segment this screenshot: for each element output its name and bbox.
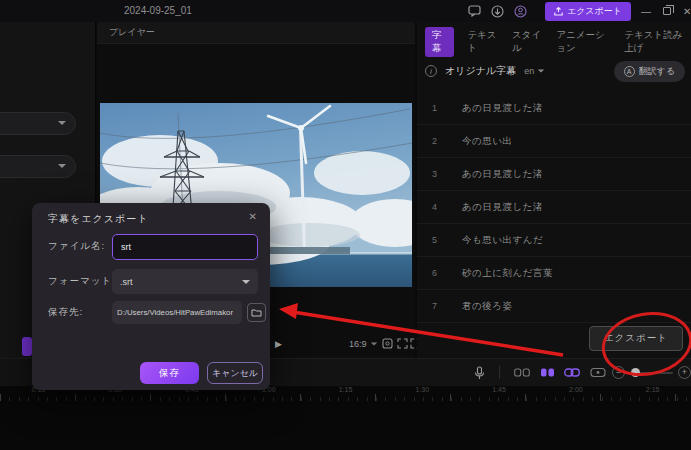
tab-animation[interactable]: アニメーション	[556, 29, 611, 55]
export-button-top[interactable]: エクスポート	[545, 2, 631, 21]
dialog-title: 字幕をエクスポート	[48, 212, 148, 226]
language-select[interactable]: en	[524, 66, 545, 76]
sidebar-dropdown-2[interactable]	[0, 155, 76, 178]
player-header: プレイヤー	[97, 22, 415, 44]
subtitle-text: あの日見渡した渚	[462, 102, 543, 115]
subtitle-panel: 字幕 テキスト スタイル アニメーション テキスト読み上げ i オリジナル字幕 …	[417, 22, 691, 358]
minimize-button[interactable]: —	[641, 6, 651, 17]
project-title: 2024-09-25_01	[124, 5, 192, 16]
subtitle-number: 2	[432, 136, 446, 146]
subtitle-number: 3	[432, 169, 446, 179]
restore-button[interactable]	[663, 7, 671, 15]
split-clip-icon[interactable]	[513, 365, 531, 380]
play-icon[interactable]: ▶	[275, 339, 282, 349]
chevron-down-icon	[58, 164, 66, 168]
zoom-slider-knob[interactable]	[631, 368, 640, 377]
info-icon: i	[425, 65, 437, 77]
filename-label: ファイル名:	[48, 240, 105, 253]
account-icon[interactable]	[514, 4, 528, 18]
export-subtitle-dialog: 字幕をエクスポート ✕ ファイル名: フォーマット: .srt 保存先: 保存 …	[32, 203, 270, 390]
dialog-close-icon[interactable]: ✕	[249, 211, 257, 222]
subtitle-text: あの日見渡した渚	[462, 201, 543, 214]
timeline-area[interactable]: 0:150:300:451:001:151:301:452:002:15	[0, 386, 691, 450]
cancel-button[interactable]: キャンセル	[207, 362, 263, 384]
subtitle-number: 5	[432, 235, 446, 245]
chevron-down-icon	[58, 121, 66, 125]
magnet-icon[interactable]	[538, 365, 556, 380]
subtitle-number: 7	[432, 301, 446, 311]
link-icon[interactable]	[563, 365, 581, 380]
subtitle-number: 6	[432, 268, 446, 278]
path-label: 保存先:	[48, 306, 83, 319]
subtitle-text: 砂の上に刻んだ言葉	[462, 267, 553, 280]
subtitle-text: 君の後ろ姿	[462, 300, 512, 313]
time-label: 2:15	[614, 386, 691, 393]
toolbar-divider	[499, 366, 500, 379]
save-button[interactable]: 保存	[140, 362, 199, 384]
time-label: 2:00	[537, 386, 614, 393]
subtitle-row[interactable]: 4 あの日見渡した渚	[417, 191, 691, 224]
format-label: フォーマット:	[48, 275, 116, 288]
save-path-input[interactable]	[112, 301, 242, 324]
subtitle-row[interactable]: 6 砂の上に刻んだ言葉	[417, 257, 691, 290]
download-icon[interactable]	[491, 4, 505, 18]
translate-icon: A	[624, 66, 635, 77]
subtitle-text: 今の思い出	[462, 135, 512, 148]
tab-tts[interactable]: テキスト読み上げ	[624, 29, 687, 55]
chevron-down-icon	[370, 342, 376, 345]
close-button[interactable]: ✕	[683, 6, 691, 17]
partial-purple-button[interactable]	[22, 337, 32, 356]
subtitle-row[interactable]: 5 今も思い出すんだ	[417, 224, 691, 257]
expand-icon[interactable]	[397, 338, 409, 350]
subtitle-list: 1 あの日見渡した渚 2 今の思い出 3 あの日見渡した渚 4 あの日見渡した渚	[417, 92, 691, 323]
keyframe-icon[interactable]	[589, 365, 607, 380]
subtitle-text: あの日見渡した渚	[462, 168, 543, 181]
app-window: 2024-09-25_01 エクスポート — ✕	[0, 0, 691, 450]
translate-button[interactable]: A 翻訳する	[614, 61, 685, 82]
export-subtitles-button[interactable]: エクスポート	[589, 326, 683, 351]
time-label: 1:45	[461, 386, 538, 393]
upload-icon	[554, 7, 563, 16]
time-label: 1:15	[307, 386, 384, 393]
aspect-ratio-select[interactable]: 16:9	[349, 339, 378, 349]
chevron-down-icon	[538, 69, 544, 72]
format-select[interactable]: .srt	[112, 269, 258, 294]
microphone-icon[interactable]	[470, 365, 488, 380]
subtitle-text: 今も思い出すんだ	[462, 234, 543, 247]
player-title: プレイヤー	[109, 26, 155, 39]
feedback-icon[interactable]	[468, 4, 482, 18]
tab-style[interactable]: スタイル	[512, 29, 544, 55]
subtitle-row[interactable]: 7 君の後ろ姿	[417, 290, 691, 323]
time-label: 1:30	[384, 386, 461, 393]
subtitle-row[interactable]: 1 あの日見渡した渚	[417, 92, 691, 125]
subtitle-number: 1	[432, 103, 446, 113]
subtitle-row[interactable]: 2 今の思い出	[417, 125, 691, 158]
zoom-out-icon[interactable]: −	[612, 366, 625, 379]
tab-text[interactable]: テキスト	[467, 29, 499, 55]
panel-tabs: 字幕 テキスト スタイル アニメーション テキスト読み上げ	[425, 27, 687, 57]
filename-input[interactable]	[112, 234, 258, 260]
tab-subtitles[interactable]: 字幕	[425, 27, 454, 57]
sidebar-dropdown-1[interactable]	[0, 112, 76, 135]
original-subtitle-row: i オリジナル字幕 en A 翻訳する	[425, 59, 685, 83]
timeline-ruler-ticks	[0, 394, 691, 401]
zoom-in-icon[interactable]: +	[678, 366, 691, 379]
browse-folder-button[interactable]	[247, 303, 266, 322]
chevron-down-icon	[242, 280, 250, 284]
titlebar: 2024-09-25_01 エクスポート — ✕	[0, 0, 691, 22]
subtitle-row[interactable]: 3 あの日見渡した渚	[417, 158, 691, 191]
snapshot-icon[interactable]	[382, 338, 394, 350]
folder-icon	[251, 308, 262, 317]
original-subtitle-label: オリジナル字幕	[445, 64, 516, 78]
subtitle-number: 4	[432, 202, 446, 212]
